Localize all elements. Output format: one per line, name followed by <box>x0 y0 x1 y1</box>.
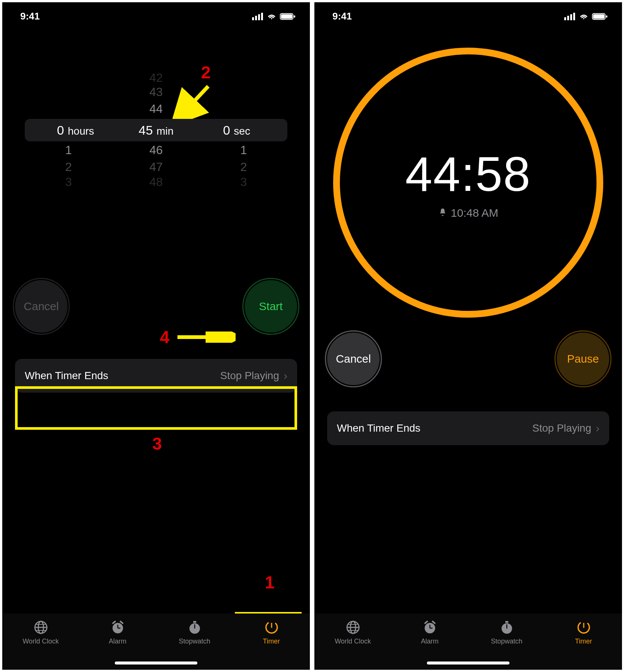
svg-rect-6 <box>294 15 295 18</box>
svg-rect-24 <box>564 17 566 20</box>
svg-line-17 <box>113 621 115 623</box>
globe-icon <box>345 620 361 635</box>
picker-highlight: 0hours 45min 0sec <box>25 119 287 141</box>
annotation-box-3 <box>15 386 297 430</box>
when-timer-ends-value: Stop Playing <box>532 422 591 434</box>
svg-line-39 <box>425 621 427 623</box>
tab-bar: World Clock Alarm Stopwatch Timer <box>2 614 310 670</box>
svg-rect-27 <box>573 13 575 20</box>
annotation-4: 4 <box>160 327 170 347</box>
chevron-right-icon: › <box>596 422 599 435</box>
when-timer-ends-value: Stop Playing <box>220 370 279 382</box>
battery-icon <box>280 13 296 20</box>
annotation-arrow-4 <box>176 332 236 343</box>
tab-alarm[interactable]: Alarm <box>391 620 468 645</box>
hours-value: 0 <box>57 123 64 138</box>
status-indicators <box>252 13 296 20</box>
annotation-3: 3 <box>152 434 162 454</box>
status-bar: 9:41 <box>2 2 310 25</box>
home-indicator[interactable] <box>115 662 197 664</box>
tab-alarm[interactable]: Alarm <box>79 620 156 645</box>
svg-rect-29 <box>593 14 604 19</box>
tab-world-clock[interactable]: World Clock <box>2 620 79 645</box>
bell-icon <box>438 207 447 219</box>
time-remaining: 44:58 <box>405 146 531 202</box>
alarm-icon <box>110 620 126 635</box>
status-time: 9:41 <box>332 10 352 22</box>
tab-stopwatch[interactable]: Stopwatch <box>468 620 545 645</box>
tab-timer[interactable]: Timer <box>233 620 310 645</box>
start-button[interactable]: Start <box>245 280 297 333</box>
when-timer-ends-row[interactable]: When Timer Ends Stop Playing › <box>327 411 609 445</box>
home-indicator[interactable] <box>427 662 509 664</box>
svg-rect-3 <box>261 13 263 20</box>
pause-button[interactable]: Pause <box>557 333 609 385</box>
minutes-value: 45 <box>139 123 153 138</box>
cancel-button[interactable]: Cancel <box>327 333 380 385</box>
end-time: 10:48 AM <box>438 207 499 219</box>
wifi-icon <box>578 13 589 20</box>
svg-rect-20 <box>193 621 196 623</box>
svg-rect-2 <box>258 14 260 20</box>
cancel-button[interactable]: Cancel <box>15 280 68 333</box>
time-picker[interactable]: 42 43 44 0hours 45min 0sec 1461 2472 348… <box>2 66 310 194</box>
when-timer-ends-label: When Timer Ends <box>25 370 220 382</box>
status-indicators <box>564 13 608 20</box>
svg-line-40 <box>433 621 435 623</box>
when-timer-ends-row[interactable]: When Timer Ends Stop Playing › <box>15 359 297 393</box>
svg-rect-1 <box>255 16 257 20</box>
stopwatch-icon <box>187 620 203 635</box>
annotation-1: 1 <box>265 572 275 592</box>
svg-rect-0 <box>252 17 254 20</box>
battery-icon <box>592 13 608 20</box>
svg-rect-42 <box>505 621 508 623</box>
phone-right: 9:41 44:58 10:48 AM Cancel Pause <box>314 2 622 670</box>
svg-rect-26 <box>570 14 572 20</box>
svg-rect-25 <box>567 16 569 20</box>
status-time: 9:41 <box>20 10 40 22</box>
timer-icon <box>576 620 592 635</box>
cellular-icon <box>252 13 263 20</box>
svg-line-18 <box>120 621 123 623</box>
tab-world-clock[interactable]: World Clock <box>314 620 391 645</box>
timer-progress-ring: 44:58 10:48 AM <box>314 40 622 325</box>
when-timer-ends-label: When Timer Ends <box>337 422 532 434</box>
timer-icon <box>264 620 279 635</box>
alarm-icon <box>422 620 438 635</box>
stopwatch-icon <box>499 620 515 635</box>
phone-left: 9:41 2 42 43 44 0hours 45min 0sec 1461 2… <box>2 2 310 670</box>
svg-rect-5 <box>281 14 292 19</box>
seconds-value: 0 <box>223 123 230 138</box>
svg-rect-30 <box>606 15 607 18</box>
chevron-right-icon: › <box>284 369 287 382</box>
status-bar: 9:41 <box>314 2 622 25</box>
tab-stopwatch[interactable]: Stopwatch <box>156 620 233 645</box>
globe-icon <box>33 620 49 635</box>
wifi-icon <box>266 13 277 20</box>
cellular-icon <box>564 13 575 20</box>
tab-bar: World Clock Alarm Stopwatch Timer <box>314 614 622 670</box>
tab-timer[interactable]: Timer <box>545 620 622 645</box>
